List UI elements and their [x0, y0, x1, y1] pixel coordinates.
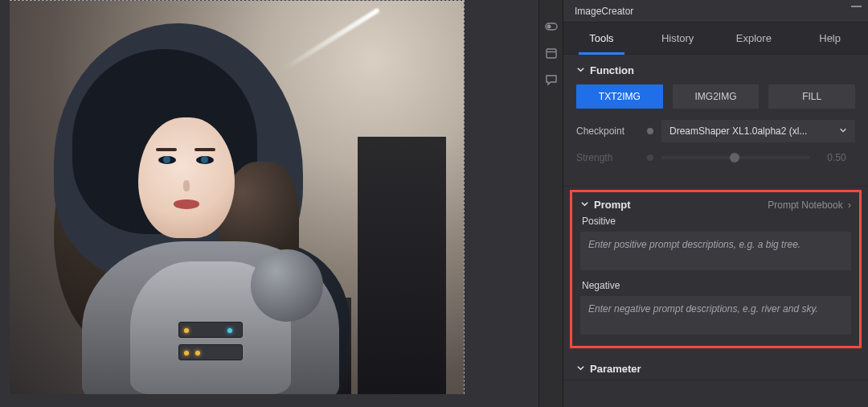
figure-face [138, 117, 235, 238]
minimize-icon[interactable] [851, 6, 862, 7]
strength-value: 0.50 [818, 152, 855, 163]
chevron-down-icon [839, 126, 847, 136]
mode-txt2img-button[interactable]: TXT2IMG [576, 84, 663, 109]
checkpoint-value: DreamShaper XL1.0alpha2 (xl... [669, 125, 807, 137]
negative-label: Negative [582, 280, 851, 291]
light-streak [282, 7, 380, 71]
chevron-down-icon [576, 363, 585, 375]
chevron-down-icon [576, 64, 585, 76]
artboard[interactable] [10, 0, 465, 394]
mode-buttons: TXT2IMG IMG2IMG FILL [576, 84, 855, 109]
canvas-area[interactable] [0, 0, 563, 407]
tab-history[interactable]: History [640, 23, 716, 55]
calendar-icon[interactable] [545, 47, 558, 62]
section-heading-prompt[interactable]: Prompt Prompt Notebook › [580, 199, 851, 211]
vertical-toolstrip [538, 0, 563, 407]
chat-icon[interactable] [545, 73, 558, 88]
panel-window-controls[interactable] [851, 6, 862, 7]
section-title: Parameter [590, 363, 641, 375]
checkpoint-label: Checkpoint [576, 125, 639, 137]
section-heading-function[interactable]: Function [576, 64, 855, 76]
status-dot-icon [647, 154, 653, 161]
chevron-down-icon [580, 199, 589, 211]
tab-tools[interactable]: Tools [563, 23, 640, 55]
section-title: Function [590, 64, 634, 76]
slider-thumb[interactable] [730, 153, 739, 162]
generated-image [10, 1, 464, 394]
toggle-icon[interactable] [545, 20, 558, 35]
panel-title: ImageCreator [575, 6, 633, 17]
strength-slider[interactable] [661, 156, 810, 159]
svg-rect-2 [547, 49, 556, 58]
checkpoint-select[interactable]: DreamShaper XL1.0alpha2 (xl... [661, 120, 855, 142]
tab-explore[interactable]: Explore [716, 23, 792, 55]
armor-panel [178, 344, 243, 360]
building-shape [358, 137, 446, 394]
imagecreator-panel: ImageCreator Tools History Explore Help … [563, 0, 868, 407]
mode-fill-button[interactable]: FILL [768, 84, 855, 109]
positive-prompt-input[interactable]: Enter positive prompt descriptions, e.g.… [580, 232, 851, 270]
prompt-notebook-link[interactable]: Prompt Notebook › [768, 199, 851, 211]
panel-tabs: Tools History Explore Help [563, 23, 868, 55]
strength-label: Strength [576, 152, 639, 163]
mode-img2img-button[interactable]: IMG2IMG [673, 84, 760, 109]
armor-panel [178, 322, 243, 338]
section-title: Prompt [594, 199, 631, 211]
section-prompt-highlight: Prompt Prompt Notebook › Positive Enter … [570, 190, 862, 348]
section-heading-parameter[interactable]: Parameter [576, 363, 855, 375]
strength-row: Strength 0.50 [576, 152, 855, 163]
checkpoint-row: Checkpoint DreamShaper XL1.0alpha2 (xl..… [576, 120, 855, 142]
positive-label: Positive [582, 216, 851, 227]
tab-help[interactable]: Help [792, 23, 868, 55]
panel-title-bar: ImageCreator [563, 0, 868, 23]
negative-prompt-input[interactable]: Enter negative prompt descriptions, e.g.… [580, 296, 851, 335]
panel-body: Function TXT2IMG IMG2IMG FILL Checkpoint… [563, 55, 868, 407]
app-root: ImageCreator Tools History Explore Help … [0, 0, 868, 407]
svg-point-1 [547, 25, 551, 29]
chevron-right-icon: › [848, 199, 851, 211]
section-parameter: Parameter [563, 353, 868, 380]
section-function: Function TXT2IMG IMG2IMG FILL Checkpoint… [563, 55, 868, 187]
figure-shoulder [251, 249, 323, 322]
status-dot-icon [647, 128, 653, 134]
